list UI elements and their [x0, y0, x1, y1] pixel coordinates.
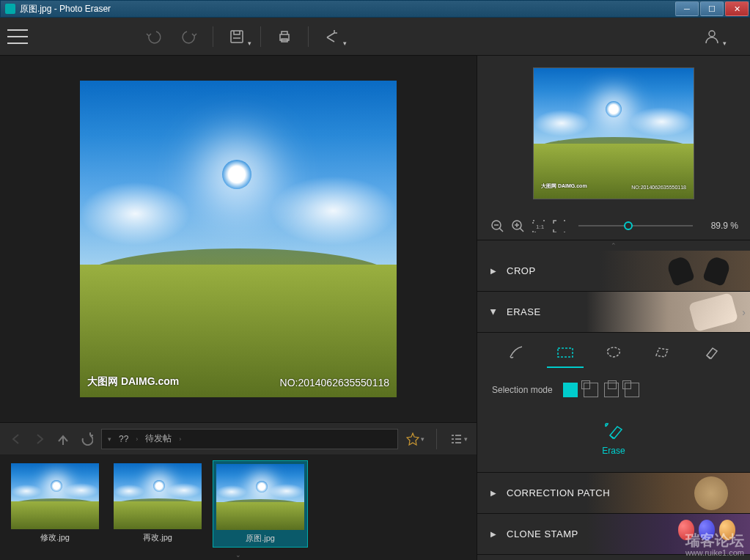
main-toolbar: ▾ ▾ ▾: [0, 18, 750, 56]
thumbnail-item[interactable]: 再改.jpg: [110, 460, 205, 546]
panel-title: CROP: [507, 265, 536, 276]
view-options-button[interactable]: ▾: [447, 429, 469, 449]
thumbnail-label: 再改.jpg: [143, 532, 172, 543]
canvas-viewport[interactable]: 大图网 DAIMG.com NO:2014062635550118: [0, 56, 477, 422]
selection-new-button[interactable]: [563, 383, 578, 397]
navigation-bar: ▾ ?? › 待发帖 › ▾ ▾: [0, 422, 477, 454]
expand-icon: ▶: [490, 267, 496, 275]
expand-icon: ▶: [490, 489, 496, 497]
favorite-button[interactable]: ▾: [404, 429, 426, 449]
menu-button[interactable]: [7, 29, 28, 44]
panel-title: ERASE: [507, 306, 541, 317]
panel-title: CLONE STAMP: [507, 528, 578, 539]
zoom-fit-button[interactable]: 1:1: [530, 218, 546, 234]
thumbnail-label: 修改.jpg: [40, 532, 70, 543]
window-close-button[interactable]: ✕: [725, 1, 749, 16]
collapse-thumbnails-button[interactable]: ⌄: [0, 550, 477, 560]
image-watermark-left: 大图网 DAIMG.com: [87, 375, 179, 388]
erase-tools-panel: Selection mode Erase: [477, 333, 750, 473]
selection-subtract-button[interactable]: [604, 383, 619, 397]
svg-rect-6: [558, 348, 573, 357]
share-button[interactable]: ▾: [316, 22, 348, 51]
collapse-preview-button[interactable]: ⌃: [477, 240, 750, 251]
thumbnail-item[interactable]: 原图.jpg: [213, 460, 308, 548]
brush-tool-button[interactable]: [498, 339, 534, 368]
redo-icon: [181, 29, 197, 45]
preview-image: 大图网 DAIMG.com NO:2014062635550118: [533, 67, 694, 199]
zoom-value: 89.9 %: [705, 221, 738, 231]
expand-icon: ▶: [490, 530, 496, 538]
crop-panel-header[interactable]: ▶ CROP: [477, 251, 750, 292]
undo-icon: [146, 29, 162, 45]
marquee-tool-button[interactable]: [547, 339, 584, 368]
zoom-slider[interactable]: [578, 225, 693, 226]
selection-intersect-button[interactable]: [625, 383, 639, 397]
collapse-icon: ▶: [490, 309, 498, 315]
preview-container: 大图网 DAIMG.com NO:2014062635550118: [477, 56, 750, 211]
zoom-out-button[interactable]: [489, 218, 505, 234]
save-button[interactable]: ▾: [221, 22, 253, 51]
save-icon: [229, 29, 245, 45]
nav-forward-button[interactable]: [31, 430, 48, 448]
window-maximize-button[interactable]: ☐: [700, 1, 724, 16]
zoom-fill-button[interactable]: [551, 218, 567, 234]
undo-button[interactable]: [138, 22, 170, 51]
main-image: 大图网 DAIMG.com NO:2014062635550118: [80, 81, 397, 397]
erase-action-label: Erase: [602, 446, 625, 456]
selection-add-button[interactable]: [584, 383, 598, 397]
polygon-tool-button[interactable]: [644, 339, 680, 368]
right-panel: 大图网 DAIMG.com NO:2014062635550118 1:1 89…: [477, 56, 750, 560]
window-minimize-button[interactable]: ─: [675, 1, 699, 16]
lasso-tool-button[interactable]: [595, 339, 632, 368]
nav-back-button[interactable]: [7, 430, 25, 448]
user-button[interactable]: ▾: [696, 22, 728, 51]
print-icon: [276, 29, 293, 45]
window-title: 原图.jpg - Photo Eraser: [20, 3, 674, 15]
svg-text:1:1: 1:1: [536, 224, 545, 230]
panel-title: CORRECTION PATCH: [507, 487, 610, 498]
breadcrumb-seg-2: 待发帖: [145, 432, 172, 445]
selection-mode-label: Selection mode: [492, 385, 553, 395]
redo-button[interactable]: [173, 22, 205, 51]
erase-action-button[interactable]: Erase: [477, 406, 750, 472]
share-icon: [324, 29, 340, 45]
nav-refresh-button[interactable]: [78, 430, 95, 448]
zoom-controls: 1:1 89.9 %: [477, 211, 750, 240]
image-watermark-right: NO:2014062635550118: [280, 377, 389, 388]
canvas-panel: 大图网 DAIMG.com NO:2014062635550118 ▾ ?? ›…: [0, 56, 477, 560]
correction-patch-panel-header[interactable]: ▶ CORRECTION PATCH: [477, 473, 750, 514]
thumbnail-label: 原图.jpg: [246, 533, 275, 544]
nav-up-button[interactable]: [54, 430, 72, 448]
user-icon: [704, 29, 720, 45]
window-titlebar: 原图.jpg - Photo Eraser ─ ☐ ✕: [0, 0, 750, 18]
thumbnail-strip: 修改.jpg 再改.jpg 原图.jpg: [0, 454, 477, 550]
page-watermark: 瑞客论坛 www.ruike1.com: [685, 532, 744, 557]
zoom-in-button[interactable]: [510, 218, 526, 234]
erase-action-icon: [604, 422, 623, 441]
app-icon: [5, 4, 15, 14]
thumbnail-item[interactable]: 修改.jpg: [7, 460, 103, 546]
breadcrumb-seg-1: ??: [119, 434, 128, 444]
svg-point-2: [709, 31, 715, 37]
print-button[interactable]: [268, 22, 301, 51]
erase-panel-header[interactable]: ▶ ERASE ›: [477, 292, 750, 333]
expand-arrow-icon: ›: [742, 306, 746, 318]
svg-rect-0: [231, 31, 243, 43]
eraser-tool-button[interactable]: [693, 339, 729, 368]
breadcrumb[interactable]: ▾ ?? › 待发帖 ›: [101, 429, 398, 449]
